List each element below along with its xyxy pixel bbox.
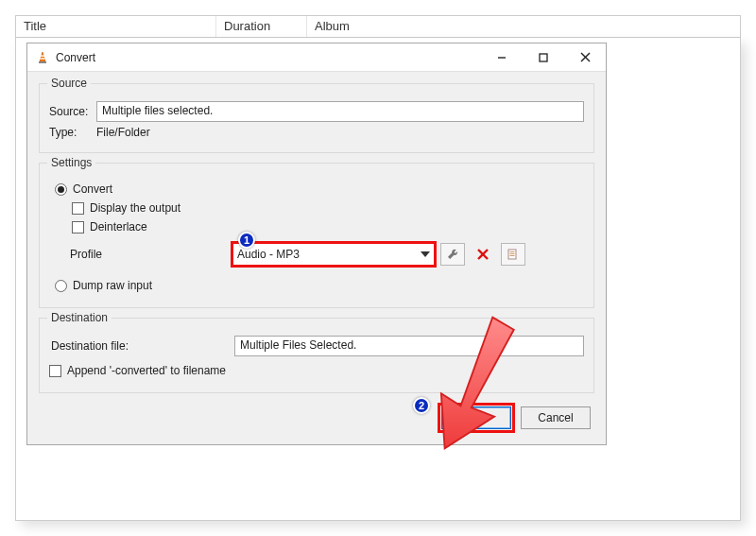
- close-button[interactable]: [564, 43, 606, 72]
- profile-label: Profile: [66, 248, 227, 261]
- svg-rect-5: [540, 54, 547, 61]
- convert-radio[interactable]: Convert: [55, 182, 584, 196]
- new-profile-button[interactable]: [501, 243, 525, 266]
- annotation-badge-1: 1: [238, 232, 255, 249]
- destination-file-input[interactable]: Multiple Files Selected.: [234, 336, 584, 356]
- settings-group: Settings Convert Display the output Dein…: [39, 163, 594, 308]
- background-table-header: Title Duration Album: [15, 15, 741, 38]
- checkbox-icon: [72, 202, 84, 215]
- dialog-title: Convert: [56, 51, 481, 64]
- svg-rect-12: [510, 253, 515, 254]
- svg-rect-13: [510, 255, 515, 256]
- convert-radio-label: Convert: [73, 182, 112, 196]
- settings-legend: Settings: [47, 156, 95, 169]
- vlc-icon: [35, 50, 50, 65]
- titlebar: Convert: [27, 43, 606, 72]
- source-group: Source Source: Multiple files selected. …: [39, 83, 594, 153]
- type-value: File/Folder: [96, 126, 150, 139]
- deinterlace-checkbox[interactable]: Deinterlace: [72, 220, 584, 233]
- source-label: Source:: [49, 105, 96, 118]
- dump-raw-radio[interactable]: Dump raw input: [55, 279, 584, 292]
- destination-legend: Destination: [47, 311, 112, 324]
- type-label: Type:: [49, 126, 96, 139]
- profile-dropdown[interactable]: Audio - MP3: [232, 243, 435, 266]
- dump-raw-label: Dump raw input: [73, 279, 152, 292]
- column-title[interactable]: Title: [16, 16, 216, 37]
- checkbox-icon: [49, 365, 61, 377]
- column-duration[interactable]: Duration: [216, 16, 307, 37]
- display-output-label: Display the output: [90, 201, 180, 215]
- svg-rect-2: [40, 58, 44, 59]
- column-album[interactable]: Album: [307, 16, 740, 37]
- svg-rect-11: [510, 251, 515, 252]
- maximize-button[interactable]: [523, 43, 564, 72]
- destination-file-label: Destination file:: [49, 339, 234, 353]
- dialog-footer: 2 Start Cancel: [37, 403, 596, 435]
- profile-row: Profile Audio - MP3 1: [66, 243, 584, 266]
- start-button[interactable]: Start: [441, 406, 511, 429]
- svg-marker-0: [40, 52, 45, 61]
- convert-dialog: Convert Source Source: Multiple files se…: [26, 43, 607, 445]
- profile-value: Audio - MP3: [237, 248, 300, 261]
- radio-icon: [55, 280, 67, 292]
- source-legend: Source: [47, 77, 91, 90]
- radio-icon: [55, 183, 67, 196]
- chevron-down-icon: [421, 251, 430, 257]
- annotation-badge-2: 2: [413, 397, 430, 414]
- edit-profile-button[interactable]: [440, 243, 465, 266]
- destination-group: Destination Destination file: Multiple F…: [39, 318, 594, 393]
- delete-x-icon: [476, 248, 490, 261]
- display-output-checkbox[interactable]: Display the output: [72, 201, 584, 215]
- delete-profile-button[interactable]: [471, 243, 495, 266]
- wrench-icon: [446, 248, 459, 261]
- svg-rect-3: [39, 61, 46, 63]
- cancel-button[interactable]: Cancel: [521, 406, 591, 429]
- append-converted-label: Append '-converted' to filename: [67, 364, 226, 377]
- minimize-button[interactable]: [481, 43, 523, 72]
- deinterlace-label: Deinterlace: [90, 220, 147, 233]
- svg-rect-1: [41, 55, 44, 56]
- append-converted-checkbox[interactable]: Append '-converted' to filename: [49, 364, 584, 377]
- source-input[interactable]: Multiple files selected.: [96, 101, 584, 122]
- checkbox-icon: [72, 221, 84, 233]
- new-doc-icon: [507, 248, 520, 261]
